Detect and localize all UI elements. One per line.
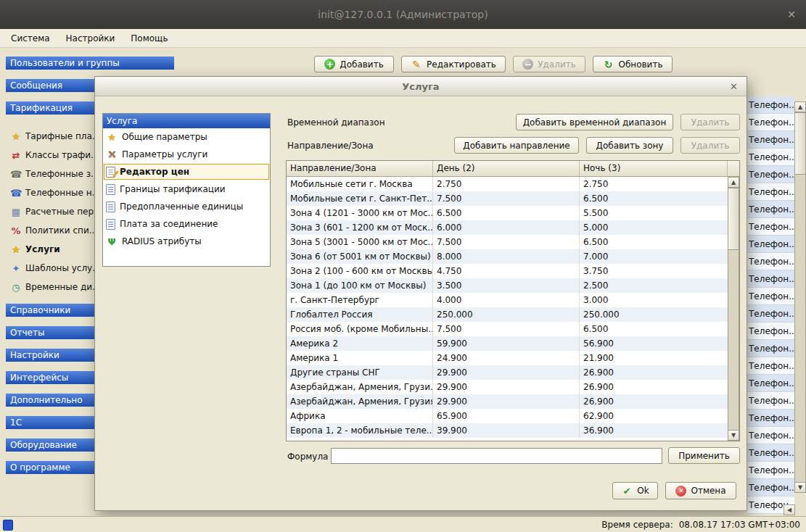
background-table-row[interactable]: Телефон... [747,444,794,462]
sidebar-tree-item-label: Тарифные пла... [25,131,100,141]
dialog-tree-item[interactable]: Границы тарификации [103,180,270,198]
price-table-row[interactable]: Зона 4 (1201 - 3000 км от Мос... 6.500 5… [287,206,728,220]
background-table-row[interactable]: Телефон... [747,305,794,323]
column-header-day[interactable]: День (2) [433,161,580,176]
price-table-row[interactable]: Зона 2 (100 - 600 км от Москвы) 4.750 3.… [287,264,728,278]
scrollbar-thumb[interactable] [794,112,806,175]
background-table-row[interactable]: Телефон... [747,131,794,149]
background-table-row[interactable]: Телефон... [747,166,794,183]
background-table-row[interactable]: Телефон... [747,270,794,288]
dialog-title: Услуга [402,81,439,92]
background-table-row[interactable]: Телефон... [747,236,794,253]
ok-button[interactable]: Ok [612,482,658,499]
cell-day: 3.500 [433,278,580,293]
background-table-row[interactable]: Телефон... [747,183,794,201]
background-table-row[interactable]: Телефон... [747,357,794,375]
dialog-tree-item[interactable]: Параметры услуги [103,146,270,163]
dialog-tree-item[interactable]: Общие параметры [103,128,270,146]
add-direction-button[interactable]: Добавить направление [454,137,579,154]
scroll-left-icon[interactable]: ◀ [784,504,795,515]
dialog-tree-item[interactable]: RADIUS атрибуты [103,233,270,250]
cell-night: 62.900 [580,409,728,423]
service-dialog: Услуга ✕ Услуга Общие параметры Параметр… [94,76,747,511]
background-table-row[interactable]: Телефон... [747,427,794,444]
dialog-tree-item-label: Общие параметры [122,132,207,142]
sidebar-section[interactable]: Пользователи и группы [6,57,174,70]
cancel-icon [675,486,686,496]
formula-input[interactable] [331,448,662,464]
column-header-night[interactable]: Ночь (3) [580,161,728,176]
cell-day: 2.750 [433,177,580,191]
background-table-row[interactable]: Телефон... [747,462,794,479]
dialog-close-icon[interactable]: ✕ [730,81,738,92]
price-table-row[interactable]: Другие страны СНГ 29.900 26.900 [287,365,728,380]
scroll-up-icon[interactable]: ▲ [794,101,806,112]
refresh-button[interactable]: Обновить [593,56,673,72]
menu-help[interactable]: Помощь [123,30,176,46]
price-table-row[interactable]: Азербайджан, Армения, Грузи... 29.900 26… [287,380,728,394]
background-table-row[interactable]: Телефон... [747,479,794,496]
cell-night: 5.000 [580,220,728,235]
price-table-row[interactable]: Америка 2 59.900 56.900 [287,336,728,351]
scroll-down-icon[interactable]: ▼ [728,430,739,441]
scroll-up-icon[interactable]: ▲ [728,177,739,188]
price-table-row[interactable]: Глобалтел Россия 250.000 250.000 [287,307,728,322]
add-button[interactable]: Добавить [314,56,394,72]
price-table-row[interactable]: Африка 65.900 62.900 [287,409,728,423]
scrollbar-track[interactable] [728,250,739,430]
price-table-row[interactable]: Мобильные сети г. Москва 2.750 2.750 [287,177,728,191]
background-table-cell: Телефон... [749,274,794,284]
background-table-cell: Телефон... [749,309,794,319]
scrollbar-thumb[interactable] [728,188,739,250]
menu-system[interactable]: Система [3,30,58,46]
cell-direction: Зона 4 (1201 - 3000 км от Мос... [287,206,433,220]
background-table-row[interactable]: Телефон... [747,340,794,357]
apply-button[interactable]: Применить [668,447,740,464]
background-table-row[interactable]: Телефон... [747,392,794,410]
cancel-button[interactable]: Отмена [665,482,736,499]
dialog-tree-item-label: Предоплаченные единицы [120,201,243,212]
price-table-row[interactable]: Зона 1 (до 100 км от Москвы) 3.500 2.500 [287,278,728,293]
right-vertical-scrollbar[interactable]: ▲ ▼ [794,101,806,493]
delete-time-range-label: Удалить [691,117,730,128]
price-table-row[interactable]: г. Санкт-Петербург 4.000 3.000 [287,293,728,307]
cell-day: 4.750 [433,264,580,278]
background-table-row[interactable]: Телефон... [747,288,794,305]
column-header-direction[interactable]: Направление/Зона [287,161,433,176]
background-table-row[interactable]: Телефон... [747,149,794,166]
price-table-row[interactable]: Америка 1 24.900 21.900 [287,351,728,365]
dialog-tree-item[interactable]: Редактор цен [103,163,270,180]
taskbar-indicator[interactable] [3,520,13,531]
add-zone-label: Добавить зону [596,141,664,151]
scroll-down-icon[interactable]: ▼ [794,482,806,493]
price-table-scrollbar[interactable]: ▲ ▼ [728,177,739,441]
price-table-row[interactable]: Зона 3 (601 - 1200 км от Моск... 6.000 5… [287,220,728,235]
price-table-row[interactable]: Азербайджан, Армения, Грузия 29.900 26.9… [287,394,728,409]
background-table-cell: Телефон... [749,117,794,128]
menu-settings[interactable]: Настройки [58,30,123,46]
background-table-row[interactable]: Телефон... [747,323,794,340]
window-close-icon[interactable]: ✕ [787,9,796,20]
background-table-row[interactable]: Телефон... [747,253,794,270]
add-time-range-button[interactable]: Добавить временной диапазон [516,114,673,130]
window-titlebar[interactable]: init@127.0.0.1 (Администратор) ✕ [0,0,806,29]
background-table-row[interactable]: Телефон... [747,201,794,218]
price-table-row[interactable]: Зона 5 (3001 - 5000 км от Мос... 7.500 6… [287,235,728,249]
dialog-titlebar[interactable]: Услуга ✕ [95,77,747,96]
add-zone-button[interactable]: Добавить зону [586,137,673,154]
price-table-row[interactable]: Мобильные сети г. Санкт-Пет... 7.500 6.5… [287,191,728,206]
price-table-row[interactable]: Европа 1, 2 - мобильные теле... 39.900 3… [287,423,728,438]
dialog-tree-item[interactable]: Плата за соединение [103,215,270,233]
background-table-row[interactable]: Телефон... [747,218,794,236]
background-table-row[interactable]: Телефон... [747,410,794,427]
edit-button[interactable]: Редактировать [401,56,506,72]
background-table-row[interactable]: Телефон... [747,114,794,131]
dialog-tree-item[interactable]: Предоплаченные единицы [103,198,270,215]
price-table-row[interactable]: Зона 6 (от 5001 км от Москвы) 8.000 7.00… [287,249,728,264]
background-table-row[interactable]: Телефон... [747,96,794,114]
traffic-icon [10,149,22,161]
price-table-row[interactable]: Россия моб. (кроме Мобильны... 7.500 6.5… [287,322,728,336]
scrollbar-track[interactable] [794,175,806,482]
background-table: Телефон... Телефон... Телефон... Телефон… [747,96,794,514]
background-table-row[interactable]: Телефон... [747,375,794,392]
